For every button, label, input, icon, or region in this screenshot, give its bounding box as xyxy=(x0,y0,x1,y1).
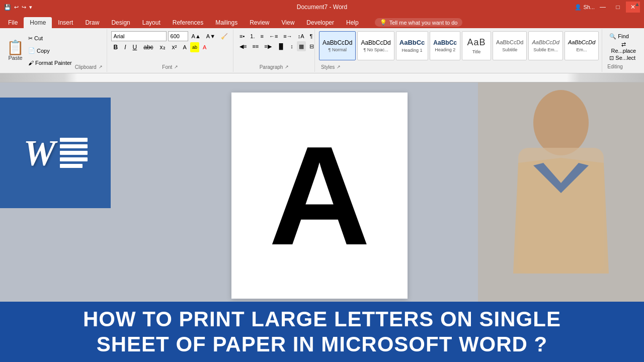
bold-button[interactable]: B xyxy=(111,42,121,52)
document-page[interactable]: A xyxy=(231,93,408,299)
tab-file[interactable]: File xyxy=(2,17,24,28)
increase-font-btn[interactable]: A▲ xyxy=(190,31,203,41)
doc-line-3 xyxy=(60,151,88,155)
style-heading2[interactable]: AaBbCc Heading 2 xyxy=(430,31,460,60)
format-painter-label: Format Painter xyxy=(35,60,72,66)
customize-btn[interactable]: ▾ xyxy=(29,4,32,11)
line-spacing-btn[interactable]: ↕ xyxy=(288,41,295,51)
clipboard-expand[interactable]: ↗ xyxy=(98,64,103,70)
lightbulb-icon: 💡 xyxy=(380,19,387,26)
select-btn[interactable]: ⊡ Se...lect xyxy=(607,53,637,63)
bullet-list-btn[interactable]: ≡• xyxy=(237,31,247,41)
maximize-button[interactable]: □ xyxy=(611,2,625,13)
paragraph-label: Paragraph xyxy=(260,64,283,70)
paste-icon: 📋 xyxy=(7,41,24,55)
style-heading1-name: Heading 1 xyxy=(402,48,423,53)
numbered-list-btn[interactable]: 1. xyxy=(248,31,257,41)
align-left-btn[interactable]: ◀≡ xyxy=(237,41,249,51)
align-center-btn[interactable]: ≡≡ xyxy=(250,41,261,51)
doc-line-5 xyxy=(60,164,83,168)
highlight-btn[interactable]: ab xyxy=(190,42,199,52)
tab-draw[interactable]: Draw xyxy=(79,17,105,28)
style-heading2-preview: AaBbCc xyxy=(433,39,457,46)
align-right-btn[interactable]: ≡▶ xyxy=(262,41,273,51)
cut-button[interactable]: ✂ Cut xyxy=(27,35,73,42)
styles-expand[interactable]: ↗ xyxy=(336,64,341,70)
tab-design[interactable]: Design xyxy=(105,17,136,28)
multilevel-list-btn[interactable]: ≡ xyxy=(259,31,266,41)
decrease-indent-btn[interactable]: ←≡ xyxy=(267,31,280,41)
tab-help[interactable]: Help xyxy=(340,17,365,28)
title-bar-controls: 👤 Sh... — □ ✕ xyxy=(575,2,640,13)
underline-button[interactable]: U xyxy=(130,42,140,52)
bottom-banner: HOW TO PRINT LARGE LETTERS ON SINGLE SHE… xyxy=(0,302,644,362)
tab-insert[interactable]: Insert xyxy=(52,17,79,28)
ribbon-tabs: File Home Insert Draw Design Layout Refe… xyxy=(0,14,644,28)
style-heading1-preview: AaBbCc xyxy=(399,39,425,47)
strikethrough-button[interactable]: abc xyxy=(141,42,155,52)
sort-btn[interactable]: ↕A xyxy=(296,31,306,41)
doc-line-1 xyxy=(60,138,88,142)
style-em[interactable]: AaBbCcDd Em... xyxy=(565,31,599,60)
justify-btn[interactable]: ▐▌ xyxy=(275,41,287,51)
style-subtitle-preview: AaBbCcDd xyxy=(496,39,523,46)
tell-me-box[interactable]: 💡 Tell me what you want to do xyxy=(375,18,463,27)
tab-layout[interactable]: Layout xyxy=(136,17,167,28)
para-expand[interactable]: ↗ xyxy=(284,64,289,70)
style-heading2-name: Heading 2 xyxy=(435,47,455,52)
font-color-btn[interactable]: A xyxy=(201,42,208,52)
style-normal[interactable]: AaBbCcDd ¶ Normal xyxy=(319,31,356,60)
ribbon: 📋 Paste ✂ Cut 📄 Copy 🖌 Format Painter Cl… xyxy=(0,28,644,73)
tab-mailings[interactable]: Mailings xyxy=(209,17,244,28)
decrease-font-btn[interactable]: A▼ xyxy=(204,31,217,41)
clipboard-sub: ✂ Cut 📄 Copy 🖌 Format Painter xyxy=(27,31,73,70)
italic-button[interactable]: I xyxy=(122,42,128,52)
style-subtitle-name: Subtitle xyxy=(502,47,517,52)
styles-label: Styles xyxy=(321,64,335,70)
banner-text-line1: HOW TO PRINT LARGE LETTERS ON SINGLE xyxy=(83,307,561,332)
style-subtle-em[interactable]: AaBbCcDd Subtle Em... xyxy=(528,31,562,60)
borders-btn[interactable]: ⊟ xyxy=(307,41,316,51)
tab-developer[interactable]: Developer xyxy=(300,17,340,28)
redo-btn[interactable]: ↪ xyxy=(22,4,26,11)
copy-button[interactable]: 📄 Copy xyxy=(27,47,73,54)
paste-label: Paste xyxy=(8,55,22,61)
style-normal-preview: AaBbCcDd xyxy=(323,39,352,46)
show-marks-btn[interactable]: ¶ xyxy=(308,31,315,41)
tab-references[interactable]: References xyxy=(167,17,209,28)
style-heading1[interactable]: AaBbCc Heading 1 xyxy=(396,31,429,60)
clear-format-btn[interactable]: 🧹 xyxy=(219,31,230,41)
increase-indent-btn[interactable]: ≡→ xyxy=(281,31,294,41)
find-row: 🔍 Find xyxy=(607,32,639,42)
style-normal-name: ¶ Normal xyxy=(329,47,347,52)
style-em-preview: AaBbCcDd xyxy=(568,39,595,46)
find-btn[interactable]: 🔍 Find xyxy=(607,32,630,42)
font-size-input[interactable] xyxy=(168,31,188,41)
para-row2: ◀≡ ≡≡ ≡▶ ▐▌ ↕ ▦ ⊟ xyxy=(237,41,311,51)
font-name-input[interactable] xyxy=(111,31,167,41)
share-area: 👤 Sh... xyxy=(575,4,595,11)
person-silhouette-svg xyxy=(478,82,644,302)
tab-home[interactable]: Home xyxy=(24,17,52,28)
replace-btn[interactable]: ⇄ Re...place xyxy=(607,42,639,52)
superscript-button[interactable]: x² xyxy=(170,42,180,52)
share-label: 👤 Sh... xyxy=(575,4,595,11)
text-effects-btn[interactable]: A xyxy=(181,42,189,52)
minimize-button[interactable]: — xyxy=(596,2,610,13)
tab-review[interactable]: Review xyxy=(244,17,275,28)
ruler xyxy=(0,73,644,82)
subscript-button[interactable]: x₂ xyxy=(157,42,168,52)
word-doc-lines xyxy=(60,138,88,168)
style-title[interactable]: AaB Title xyxy=(462,31,491,60)
undo-btn[interactable]: ↩ xyxy=(14,4,19,11)
collapse-ribbon-btn[interactable]: ▲ xyxy=(634,1,640,7)
style-no-spacing[interactable]: AaBbCcDd ¶ No Spac... xyxy=(357,31,394,60)
format-painter-button[interactable]: 🖌 Format Painter xyxy=(27,59,73,66)
select-row: ⊡ Se...lect xyxy=(607,53,639,63)
style-subtitle[interactable]: AaBbCcDd Subtitle xyxy=(493,31,527,60)
tab-view[interactable]: View xyxy=(276,17,301,28)
shading-btn[interactable]: ▦ xyxy=(297,41,306,51)
replace-row: ⇄ Re...place xyxy=(607,42,639,52)
paste-button[interactable]: 📋 Paste xyxy=(4,31,27,70)
font-expand[interactable]: ↗ xyxy=(174,64,179,70)
